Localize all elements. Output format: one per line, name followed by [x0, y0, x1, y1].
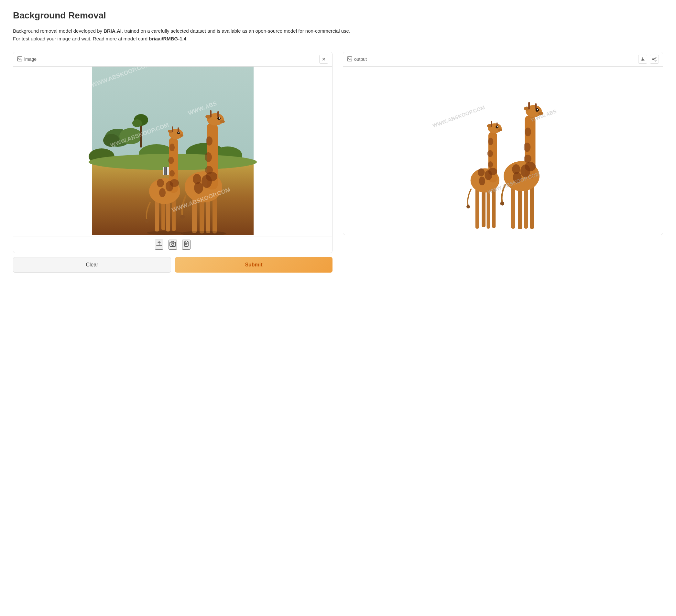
- svg-point-105: [467, 205, 470, 208]
- svg-point-126: [500, 201, 505, 206]
- download-button[interactable]: [638, 55, 647, 64]
- input-panel-header: image ✕: [13, 52, 332, 67]
- svg-point-102: [488, 138, 493, 145]
- camera-button[interactable]: [169, 240, 177, 250]
- svg-point-64: [193, 174, 201, 184]
- svg-point-117: [537, 109, 538, 110]
- svg-point-101: [478, 168, 485, 176]
- svg-rect-16: [164, 167, 165, 175]
- svg-point-124: [525, 128, 531, 136]
- svg-point-97: [498, 128, 502, 131]
- share-button[interactable]: [650, 55, 659, 64]
- svg-rect-78: [185, 241, 187, 242]
- close-button[interactable]: ✕: [319, 55, 328, 64]
- svg-point-103: [488, 150, 493, 157]
- svg-point-41: [159, 188, 166, 197]
- submit-button[interactable]: Submit: [175, 257, 333, 272]
- svg-point-125: [524, 155, 531, 163]
- input-panel: image ✕: [13, 52, 333, 253]
- svg-point-121: [525, 162, 536, 171]
- input-toolbar: [13, 236, 332, 253]
- clear-button[interactable]: Clear: [13, 257, 171, 272]
- svg-point-45: [168, 157, 174, 164]
- svg-point-96: [497, 126, 498, 127]
- panels-container: image ✕: [13, 52, 663, 272]
- description: Background removal model developed by BR…: [13, 27, 663, 43]
- svg-point-14: [132, 119, 142, 127]
- svg-point-66: [206, 136, 213, 145]
- svg-point-46: [169, 170, 175, 177]
- output-panel-label: output: [354, 57, 367, 62]
- svg-point-70: [147, 231, 182, 235]
- svg-point-43: [157, 179, 164, 187]
- svg-point-38: [178, 132, 179, 133]
- image-icon: [17, 56, 22, 62]
- svg-point-39: [179, 134, 183, 137]
- input-image-container: WWW.ABSKOOP.COM WWW.ABSKOOP.COM WWW.ABSK…: [13, 67, 332, 236]
- svg-rect-85: [475, 185, 480, 229]
- output-panel-header: output: [343, 52, 663, 67]
- svg-rect-56: [210, 110, 212, 117]
- action-buttons: Clear Submit: [13, 257, 333, 272]
- bria-link[interactable]: BRIA.AI: [104, 28, 122, 34]
- svg-rect-75: [170, 242, 176, 246]
- svg-rect-84: [431, 70, 575, 232]
- svg-rect-57: [217, 111, 219, 117]
- svg-point-100: [489, 168, 497, 175]
- svg-point-68: [180, 215, 185, 219]
- svg-point-60: [220, 120, 225, 123]
- output-image-area: WWW.ABSKOOP.COM WWW.ABSKOOP.COM WWW.ABS: [343, 67, 663, 235]
- upload-button[interactable]: [155, 240, 163, 250]
- svg-rect-93: [491, 121, 492, 127]
- svg-rect-17: [165, 167, 166, 175]
- svg-point-67: [205, 166, 213, 174]
- model-link[interactable]: briaai/RMBG-1.4: [149, 36, 186, 41]
- svg-point-47: [145, 219, 149, 223]
- svg-point-42: [170, 179, 179, 187]
- output-image: WWW.ABSKOOP.COM WWW.ABSKOOP.COM WWW.ABS: [359, 70, 646, 232]
- svg-point-123: [524, 142, 530, 152]
- input-panel-label: image: [24, 57, 37, 62]
- svg-point-59: [219, 117, 220, 119]
- svg-rect-35: [172, 126, 173, 132]
- clipboard-button[interactable]: [182, 240, 190, 250]
- svg-rect-36: [178, 127, 179, 132]
- svg-point-65: [205, 152, 212, 162]
- svg-point-122: [512, 164, 520, 174]
- svg-rect-114: [528, 102, 530, 109]
- svg-point-99: [479, 177, 486, 185]
- input-panel-wrapper: image ✕: [13, 52, 333, 272]
- svg-point-104: [488, 161, 493, 168]
- svg-rect-18: [166, 167, 167, 175]
- svg-point-44: [169, 143, 175, 151]
- output-panel: output: [343, 52, 663, 235]
- svg-point-76: [172, 243, 174, 245]
- page-title: Background Removal: [13, 10, 663, 21]
- input-image: WWW.ABSKOOP.COM WWW.ABSKOOP.COM WWW.ABSK…: [13, 67, 332, 235]
- output-image-icon: [347, 56, 352, 62]
